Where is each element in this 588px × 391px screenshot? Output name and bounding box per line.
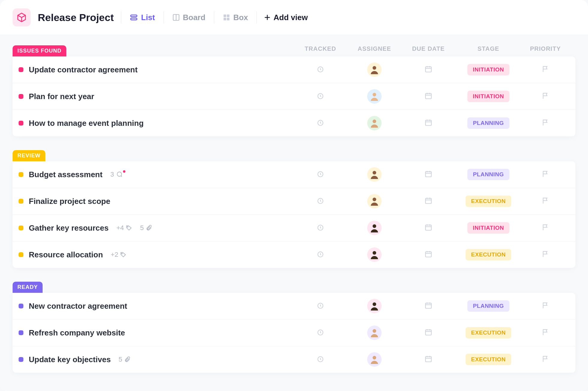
task-row[interactable]: Update key objectives 5 EXECUTION	[13, 346, 575, 373]
add-view-label: Add view	[274, 13, 308, 22]
stage-pill[interactable]: EXECUTION	[466, 354, 511, 365]
task-row[interactable]: New contractor agreement PLANNING	[13, 293, 575, 320]
view-tab-box[interactable]: Box	[221, 11, 249, 24]
avatar[interactable]	[367, 299, 382, 313]
flag-icon[interactable]	[542, 302, 549, 311]
task-row[interactable]: Update contractor agreement INITIATION	[13, 56, 575, 83]
group-label-issues[interactable]: ISSUES FOUND	[13, 45, 66, 56]
stage-pill[interactable]: EXECUTION	[466, 249, 511, 260]
timer-icon[interactable]	[316, 223, 324, 232]
avatar[interactable]	[367, 326, 382, 340]
group-label-ready[interactable]: READY	[13, 282, 43, 293]
timer-icon[interactable]	[316, 250, 324, 259]
timer-icon[interactable]	[316, 302, 324, 311]
avatar[interactable]	[367, 221, 382, 235]
calendar-icon[interactable]	[424, 197, 432, 206]
task-title: Finalize project scope	[29, 197, 110, 206]
task-title: Update contractor agreement	[29, 65, 138, 74]
svg-rect-1	[131, 18, 137, 20]
timer-icon[interactable]	[316, 92, 324, 101]
column-header-tracked: TRACKED	[293, 45, 347, 52]
group-label-review[interactable]: REVIEW	[13, 150, 45, 161]
header-bar: Release Project List Board Box	[0, 0, 588, 35]
svg-point-55	[373, 302, 376, 306]
svg-point-67	[373, 356, 376, 359]
svg-rect-24	[425, 120, 431, 125]
svg-rect-43	[425, 225, 431, 230]
column-header-priority: PRIORITY	[521, 45, 569, 52]
task-row[interactable]: Gather key resources +4 5 INITIATION	[13, 215, 575, 241]
svg-rect-30	[425, 171, 431, 177]
flag-icon[interactable]	[542, 170, 549, 179]
svg-rect-62	[425, 330, 431, 335]
stage-pill[interactable]: EXECUTION	[466, 327, 511, 338]
attachment-count[interactable]: 5	[140, 224, 152, 232]
avatar[interactable]	[367, 194, 382, 208]
svg-rect-18	[425, 93, 431, 99]
svg-rect-50	[425, 252, 431, 257]
view-tab-board[interactable]: Board	[171, 11, 207, 24]
calendar-icon[interactable]	[424, 302, 432, 311]
calendar-icon[interactable]	[424, 170, 432, 179]
flag-icon[interactable]	[542, 92, 549, 101]
project-title: Release Project	[38, 12, 114, 23]
timer-icon[interactable]	[316, 170, 324, 179]
tag-count[interactable]: +4	[116, 224, 132, 232]
timer-icon[interactable]	[316, 65, 324, 74]
status-box-icon	[19, 121, 23, 126]
avatar[interactable]	[367, 167, 382, 182]
flag-icon[interactable]	[542, 223, 549, 232]
attachment-count[interactable]: 5	[118, 356, 130, 363]
status-box-icon	[19, 199, 23, 204]
timer-icon[interactable]	[316, 355, 324, 364]
task-group-review: Budget assessment 3 PLANNING Finalize pr…	[13, 161, 575, 268]
avatar[interactable]	[367, 116, 382, 130]
calendar-icon[interactable]	[424, 355, 432, 364]
flag-icon[interactable]	[542, 355, 549, 364]
stage-pill[interactable]: PLANNING	[467, 300, 509, 312]
status-box-icon	[19, 94, 23, 99]
flag-icon[interactable]	[542, 197, 549, 206]
avatar[interactable]	[367, 89, 382, 104]
timer-icon[interactable]	[316, 119, 324, 128]
calendar-icon[interactable]	[424, 223, 432, 232]
flag-icon[interactable]	[542, 65, 549, 74]
calendar-icon[interactable]	[424, 92, 432, 101]
stage-pill[interactable]: PLANNING	[467, 169, 509, 180]
flag-icon[interactable]	[542, 119, 549, 128]
timer-icon[interactable]	[316, 328, 324, 337]
view-tab-list[interactable]: List	[128, 11, 156, 24]
timer-icon[interactable]	[316, 197, 324, 206]
task-row[interactable]: Budget assessment 3 PLANNING	[13, 161, 575, 188]
stage-pill[interactable]: INITIATION	[467, 64, 509, 75]
status-box-icon	[19, 330, 23, 335]
calendar-icon[interactable]	[424, 119, 432, 128]
status-box-icon	[19, 67, 23, 72]
stage-pill[interactable]: PLANNING	[467, 117, 509, 129]
task-row[interactable]: Finalize project scope EXECUTION	[13, 188, 575, 215]
calendar-icon[interactable]	[424, 250, 432, 259]
task-row[interactable]: Refresh company website EXECUTION	[13, 320, 575, 346]
stage-pill[interactable]: INITIATION	[467, 222, 509, 234]
task-title: Resource allocation	[29, 250, 103, 259]
task-row[interactable]: How to manage event planning PLANNING	[13, 110, 575, 136]
task-group-ready: New contractor agreement PLANNING Refres…	[13, 293, 575, 373]
task-title: Plan for next year	[29, 92, 94, 101]
calendar-icon[interactable]	[424, 65, 432, 74]
task-row[interactable]: Plan for next year INITIATION	[13, 83, 575, 110]
task-row[interactable]: Resource allocation +2 EXECUTION	[13, 241, 575, 268]
avatar[interactable]	[367, 62, 382, 77]
flag-icon[interactable]	[542, 328, 549, 337]
flag-icon[interactable]	[542, 250, 549, 259]
avatar[interactable]	[367, 247, 382, 262]
add-view-button[interactable]: Add view	[264, 13, 308, 22]
stage-pill[interactable]: EXECUTION	[466, 196, 511, 207]
tag-count[interactable]: +2	[111, 251, 127, 259]
calendar-icon[interactable]	[424, 328, 432, 337]
tag-icon	[126, 225, 132, 231]
status-box-icon	[19, 252, 23, 257]
stage-pill[interactable]: INITIATION	[467, 91, 509, 102]
comment-count[interactable]: 3	[110, 171, 127, 178]
avatar[interactable]	[367, 352, 382, 367]
paperclip-icon	[124, 356, 130, 363]
